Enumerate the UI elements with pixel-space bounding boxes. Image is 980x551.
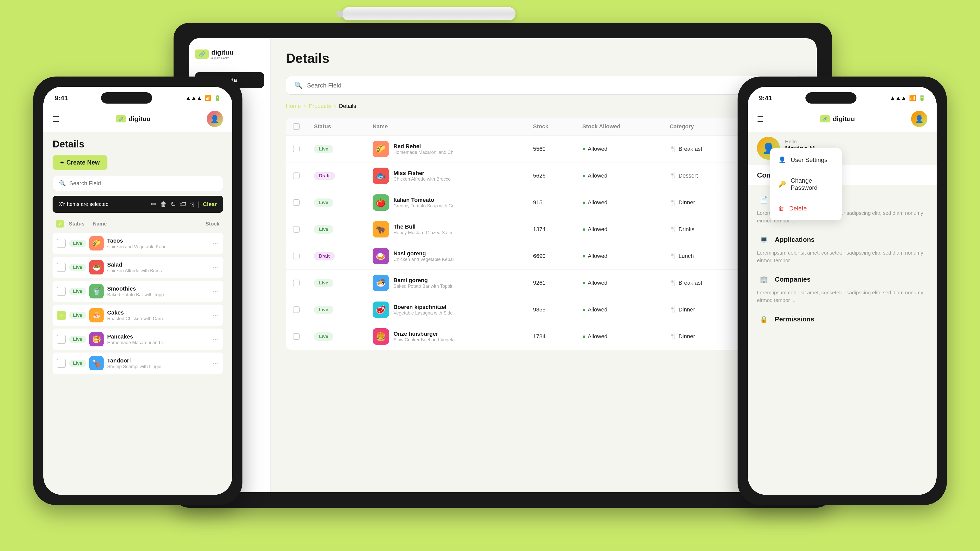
wifi-icon-right: 📶 <box>909 95 916 101</box>
delete-account-item[interactable]: 🗑 Delete <box>770 200 842 217</box>
refresh-icon[interactable]: ↻ <box>170 200 176 208</box>
phone-logo-text: digituu <box>128 115 151 123</box>
item-checkbox[interactable] <box>57 335 66 344</box>
list-item[interactable]: Live 🌮 Tacos Chicken and Vegetable Kebd … <box>52 233 223 254</box>
delete-icon[interactable]: 🗑 <box>160 200 167 208</box>
food-info: Red Rebel Homemade Macaroni and Ch <box>393 143 453 155</box>
phone-search-bar[interactable]: 🔍 <box>52 176 223 191</box>
breadcrumb-products[interactable]: Products <box>309 103 331 110</box>
phone-right-header: ☰ 🔗 digituu 👤 <box>748 106 937 132</box>
list-item[interactable]: ✓ Live 🎂 Cakes Roasted Chicken with Carr… <box>52 305 223 326</box>
list-item[interactable]: Live 🍗 Tandoori Shrimp Scampi with Lingu… <box>52 353 223 374</box>
item-desc: Chicken Alfredo with Brocc <box>107 268 209 273</box>
list-item[interactable]: Live 🥤 Smoothies Baked Potato Bar with T… <box>52 281 223 302</box>
item-checkbox[interactable] <box>57 359 66 368</box>
select-all-checkbox[interactable] <box>293 123 300 130</box>
category: 🍴Breakfast <box>662 270 741 297</box>
col-header-status-phone: Status <box>69 221 89 227</box>
breadcrumb-home[interactable]: Home <box>286 103 301 110</box>
table-row[interactable]: Live 🍜 Bami goreng Baked Potato Bar with… <box>286 270 801 297</box>
food-image: 🍔 <box>372 328 389 345</box>
settings-item[interactable]: 💻 Applications Lorem ipsum dolor sit ame… <box>757 233 928 264</box>
item-checkbox[interactable]: ✓ <box>57 311 66 320</box>
change-password-item[interactable]: 🔑 Change Password <box>770 172 842 196</box>
settings-item[interactable]: 🏢 Companies Lorem ipsum dolor sit amet, … <box>757 272 928 304</box>
item-checkbox[interactable] <box>57 287 66 296</box>
signal-icon: ▲▲▲ <box>186 95 202 101</box>
food-image: 🍛 <box>372 248 389 264</box>
create-new-button[interactable]: + Create New <box>52 155 107 170</box>
table-row[interactable]: Live 🌮 Red Rebel Homemade Macaroni and C… <box>286 136 801 162</box>
hamburger-menu-icon[interactable]: ☰ <box>52 114 59 124</box>
edit-icon[interactable]: ✏ <box>151 200 157 208</box>
row-checkbox[interactable] <box>293 279 300 286</box>
category: 🍴Dinner <box>662 323 741 350</box>
dropdown-menu: 👤 User Settings 🔑 Change Password 🗑 Dele… <box>770 148 842 220</box>
table-row[interactable]: Live 🐂 The Bull Honey Mustard Glazed Sal… <box>286 216 801 243</box>
row-checkbox[interactable] <box>293 226 300 233</box>
user-avatar-left[interactable]: 👤 <box>207 111 223 127</box>
status-icons-left: ▲▲▲ 📶 🔋 <box>186 95 221 101</box>
logo-name: digituu <box>211 48 234 56</box>
row-checkbox[interactable] <box>293 306 300 313</box>
hamburger-menu-icon-right[interactable]: ☰ <box>757 114 764 124</box>
page-title: Details <box>286 51 801 66</box>
more-options-icon[interactable]: ⋯ <box>212 359 219 367</box>
user-avatar-right[interactable]: 👤 <box>911 111 928 127</box>
item-name: Pancakes <box>107 333 209 340</box>
stock-allowed: ●Allowed <box>575 323 662 350</box>
item-info: Salad Chicken Alfredo with Brocc <box>107 262 209 273</box>
settings-item[interactable]: 🔒 Permissions <box>757 312 928 329</box>
item-status: Live <box>69 360 86 367</box>
settings-item-title: Permissions <box>775 315 815 323</box>
item-checkbox[interactable] <box>57 263 66 272</box>
select-all-phone[interactable]: ✓ <box>56 220 64 227</box>
settings-item-icon: 💻 <box>757 233 771 246</box>
category: 🍴Drinks <box>662 216 741 243</box>
more-options-icon[interactable]: ⋯ <box>212 311 219 319</box>
breadcrumb-details: Details <box>339 103 356 110</box>
create-label: Create New <box>66 159 100 166</box>
row-checkbox[interactable] <box>293 333 300 340</box>
item-desc: Homemade Macaroni and C <box>107 340 209 345</box>
breadcrumb: Home › Products › Details <box>286 103 801 110</box>
item-info: Tandoori Shrimp Scampi with Lingui <box>107 357 209 369</box>
tablet-search-bar[interactable]: 🔍 <box>286 76 801 95</box>
row-checkbox[interactable] <box>293 172 300 179</box>
more-options-icon[interactable]: ⋯ <box>212 240 219 248</box>
tag-icon[interactable]: 🏷 <box>180 200 186 208</box>
copy-icon[interactable]: ⎘ <box>190 200 194 208</box>
food-image: 🐂 <box>372 221 389 238</box>
category: 🍴Dessert <box>662 162 741 189</box>
food-name: Bami goreng <box>393 277 453 284</box>
item-checkbox[interactable] <box>57 239 66 248</box>
table-row[interactable]: Live 🍅 Italian Tomeato Creamy Tomato Sou… <box>286 189 801 216</box>
status-badge: Live <box>314 145 333 153</box>
food-name: Miss Fisher <box>393 170 451 176</box>
row-checkbox[interactable] <box>293 199 300 206</box>
search-input[interactable] <box>307 82 793 89</box>
table-row[interactable]: Live 🍔 Onze huisburger Slow Cooker Beef … <box>286 323 801 350</box>
list-item[interactable]: Live 🥞 Pancakes Homemade Macaroni and C … <box>52 329 223 350</box>
settings-item-icon: 🏢 <box>757 272 771 286</box>
user-settings-item[interactable]: 👤 User Settings <box>770 152 842 168</box>
row-checkbox[interactable] <box>293 253 300 259</box>
table-row[interactable]: Draft 🍛 Nasi goreng Chicken and Vegetabl… <box>286 243 801 270</box>
item-name: Cakes <box>107 310 209 316</box>
food-image: 🌮 <box>372 141 389 157</box>
item-desc: Chicken and Vegetable Kebd <box>107 244 209 249</box>
table-row[interactable]: Live 🥩 Boeren kipschnitzel Vegetable Las… <box>286 297 801 323</box>
more-options-icon[interactable]: ⋯ <box>212 335 219 343</box>
more-options-icon[interactable]: ⋯ <box>212 287 219 295</box>
food-info: Italian Tomeato Creamy Tomato Soup with … <box>393 197 454 209</box>
more-options-icon[interactable]: ⋯ <box>212 264 219 272</box>
phone-search-input[interactable] <box>69 180 217 187</box>
stock-allowed: ●Allowed <box>575 189 662 216</box>
category: 🍴Dinner <box>662 297 741 323</box>
food-desc: Vegetable Lasagna with Side <box>393 310 453 316</box>
clear-button[interactable]: Clear <box>203 201 217 208</box>
row-checkbox[interactable] <box>293 146 300 152</box>
stock-allowed: ●Allowed <box>575 216 662 243</box>
list-item[interactable]: Live 🥗 Salad Chicken Alfredo with Brocc … <box>52 257 223 278</box>
table-row[interactable]: Draft 🐟 Miss Fisher Chicken Alfredo with… <box>286 162 801 189</box>
